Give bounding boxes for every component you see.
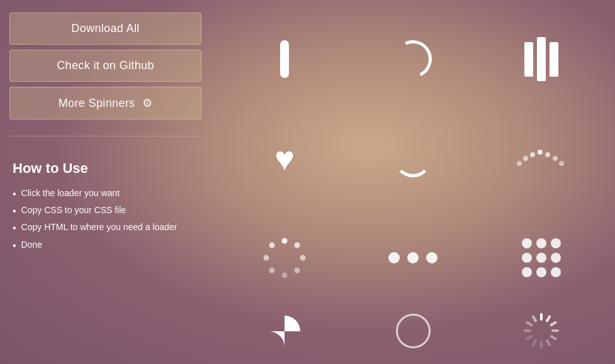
dot-1 [388,252,400,263]
svg-rect-26 [531,315,537,323]
svg-point-4 [545,152,550,157]
gdot-6 [551,253,561,263]
spinner-cell-3[interactable] [480,13,602,106]
github-button[interactable]: Check it on Github [9,50,201,82]
dot-2 [407,252,419,263]
spinner-cell-1[interactable] [223,13,346,106]
gdot-8 [536,267,546,277]
spinner-cell-7[interactable] [223,211,346,304]
gdot-7 [522,267,532,277]
spinner-cell-11[interactable] [352,311,474,351]
step-3: Copy HTML to where you need a loader [13,222,198,234]
spinner-bars [524,37,558,81]
left-panel: Download All Check it on Github More Spi… [0,0,211,364]
svg-rect-16 [545,315,551,323]
svg-point-9 [300,255,306,261]
svg-rect-17 [549,321,556,326]
svg-point-2 [530,152,535,157]
step-2: Copy CSS to your CSS file [13,205,198,217]
svg-point-5 [553,156,558,161]
spinners-grid: ♥ [211,0,615,364]
svg-point-1 [523,156,528,161]
spinner-cell-12[interactable] [480,311,602,351]
svg-rect-15 [540,313,543,321]
spinner-three-dots [388,252,437,263]
spinner-circle-outline [396,314,431,348]
svg-rect-22 [531,339,537,346]
spinner-heart: ♥ [274,141,295,175]
more-spinners-button[interactable]: More Spinners ⚙ [9,87,201,119]
svg-point-0 [517,161,522,166]
svg-rect-21 [540,341,543,348]
spinner-cell-6[interactable] [480,112,602,205]
svg-point-6 [559,161,564,166]
svg-rect-24 [524,329,531,332]
spinner-dots-row [516,146,567,171]
gdot-9 [551,267,561,277]
svg-point-13 [264,255,269,261]
svg-rect-18 [551,329,559,332]
bar-1 [524,42,533,77]
how-to-use-section: How to Use Click the loader you want Cop… [9,160,201,256]
spinner-pill [280,40,289,78]
svg-point-7 [282,238,288,244]
spinner-pie-svg [266,312,303,350]
spinner-cell-9[interactable] [480,211,602,304]
gdot-3 [551,238,561,248]
bar-2 [537,37,546,81]
svg-point-11 [282,273,288,279]
spinner-dotted-ring [262,236,307,280]
spinner-cell-2[interactable] [352,13,474,106]
svg-rect-19 [549,334,556,340]
spinner-grid-dots [522,238,561,277]
svg-rect-25 [525,321,533,326]
spinner-cell-10[interactable] [223,311,346,351]
bar-3 [550,42,558,77]
spinner-cell-5[interactable] [352,112,474,205]
step-1: Click the loader you want [13,188,198,200]
download-all-button[interactable]: Download All [9,13,201,45]
step-4: Done [13,240,198,251]
gdot-5 [536,253,546,263]
divider [9,136,201,136]
svg-point-14 [269,243,275,248]
spinner-cell-8[interactable] [352,211,474,304]
gdot-2 [536,238,546,248]
svg-point-8 [295,243,300,248]
spinner-cell-4[interactable]: ♥ [223,112,346,205]
svg-point-12 [269,268,275,273]
spinner-classic-svg [521,311,562,351]
dots-arc-svg [516,146,567,168]
gdot-4 [522,253,532,263]
spinner-arc-bottom [394,140,432,177]
dot-3 [426,252,437,263]
spinner-icon: ⚙ [142,97,152,109]
how-to-use-title: How to Use [13,160,198,177]
svg-point-3 [538,150,543,155]
svg-point-10 [295,268,300,273]
how-to-use-list: Click the loader you want Copy CSS to yo… [13,188,198,251]
spinner-arc [389,35,437,84]
svg-rect-20 [545,339,551,346]
gdot-1 [522,238,532,248]
svg-rect-23 [525,334,533,340]
